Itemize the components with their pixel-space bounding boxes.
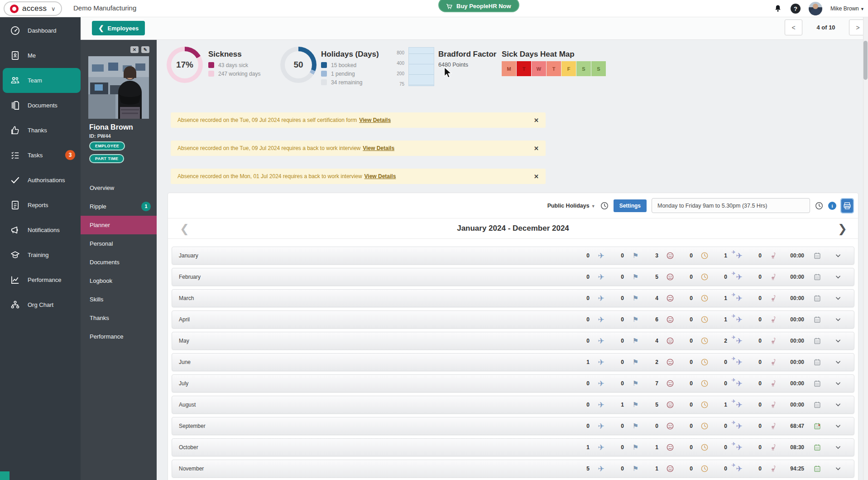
expand-row-chevron-icon[interactable] (828, 443, 849, 451)
planner-toolbar: Public Holidays▼ Settings i (547, 198, 853, 213)
bird-icon (766, 252, 781, 260)
holiday-count: 1 (574, 359, 590, 365)
tab-overview[interactable]: Overview (81, 179, 157, 197)
clock-icon[interactable] (815, 202, 823, 210)
sidebar-item-label: Tasks (28, 152, 43, 159)
timesheet-calendar-icon[interactable] (807, 337, 828, 345)
help-icon[interactable]: ? (791, 4, 801, 14)
sidebar-item-me[interactable]: Me (0, 43, 81, 68)
tab-label: Logbook (90, 277, 112, 284)
sick-days-heatmap: MTWTFSS (502, 61, 606, 76)
timesheet-calendar-icon[interactable] (807, 294, 828, 302)
prev-employee-button[interactable]: < (785, 19, 802, 35)
timesheet-calendar-icon[interactable] (807, 379, 828, 388)
close-icon[interactable]: ✕ (534, 173, 539, 180)
events-count: 0 (609, 295, 624, 301)
sidebar-item-training[interactable]: Training (0, 242, 81, 267)
sidebar-nav: DashboardMeTeamDocumentsThanksTasks3Auth… (0, 17, 81, 480)
timesheet-calendar-icon[interactable] (807, 252, 828, 260)
planner-card: Public Holidays▼ Settings i January 2024… (168, 193, 858, 480)
expand-row-chevron-icon[interactable] (828, 273, 849, 281)
corner-chip (0, 471, 10, 480)
expand-row-chevron-icon[interactable] (828, 294, 849, 302)
month-label: May (179, 338, 574, 344)
edit-icon[interactable]: ✎ (141, 46, 149, 53)
notifications-bell-icon[interactable] (773, 4, 782, 14)
timesheet-calendar-icon[interactable] (807, 315, 828, 324)
print-planner-icon[interactable] (841, 199, 853, 213)
working-hours-input[interactable] (652, 198, 810, 213)
tab-personal[interactable]: Personal (81, 234, 157, 253)
tab-performance[interactable]: Performance (81, 327, 157, 346)
view-details-link[interactable]: View Details (363, 145, 394, 151)
timesheet-calendar-icon[interactable] (807, 443, 828, 451)
sidebar-item-tasks[interactable]: Tasks3 (0, 143, 81, 168)
chevron-down-icon: ▼ (860, 7, 864, 11)
sidebar-item-thanks[interactable]: Thanks (0, 118, 81, 143)
legend-item: 34 remaining (321, 78, 362, 87)
employees-back-button[interactable]: ❮ Employees (92, 21, 145, 35)
planner-row-november: November5✈0⚑100✈✈094:25 (172, 460, 854, 478)
range-next-button[interactable]: ❯ (838, 220, 847, 237)
user-menu[interactable]: Mike Brown ▼ (830, 5, 864, 12)
absence-alert: Absence recorded on the Tue, 09 Jul 2024… (171, 112, 546, 128)
tab-thanks[interactable]: Thanks (81, 309, 157, 327)
close-icon[interactable]: ✕ (130, 46, 139, 53)
view-details-link[interactable]: View Details (359, 117, 391, 123)
info-icon[interactable]: i (828, 202, 836, 210)
scrollbar[interactable] (863, 17, 868, 480)
date-range-header: January 2024 - December 2024 (168, 218, 858, 239)
tab-skills[interactable]: Skills (81, 290, 157, 309)
sidebar-item-reports[interactable]: Reports (0, 193, 81, 218)
range-prev-button[interactable]: ❮ (180, 220, 189, 237)
events-count: 0 (609, 274, 624, 280)
sidebar-item-team[interactable]: Team (3, 68, 81, 93)
access-logo-menu[interactable]: access ∨ (4, 1, 62, 16)
settings-button[interactable]: Settings (614, 199, 647, 212)
sick-count: 0 (643, 423, 658, 429)
chevron-down-icon: ∨ (51, 5, 56, 12)
sidebar-item-org-chart[interactable]: Org Chart (0, 292, 81, 317)
other-count: 0 (746, 402, 762, 408)
public-holidays-dropdown[interactable]: Public Holidays▼ (547, 203, 595, 209)
expand-row-chevron-icon[interactable] (828, 465, 849, 473)
report-icon (10, 200, 20, 210)
user-avatar[interactable] (809, 2, 822, 15)
expand-row-chevron-icon[interactable] (828, 337, 849, 345)
legend-item: 15 booked (321, 61, 362, 69)
expand-row-chevron-icon[interactable] (828, 315, 849, 324)
expand-row-chevron-icon[interactable] (828, 422, 849, 430)
sidebar-item-dashboard[interactable]: Dashboard (0, 18, 81, 43)
tab-planner[interactable]: Planner (81, 216, 157, 234)
worked-hours: 00:00 (781, 295, 804, 301)
sidebar-item-authorisations[interactable]: Authorisations (0, 168, 81, 193)
expand-row-chevron-icon[interactable] (828, 379, 849, 388)
timesheet-calendar-icon[interactable] (807, 465, 828, 473)
sidebar-item-notifications[interactable]: Notifications (0, 218, 81, 242)
sidebar-item-documents[interactable]: Documents (0, 93, 81, 118)
expand-row-chevron-icon[interactable] (828, 358, 849, 366)
tab-ripple[interactable]: Ripple1 (81, 197, 157, 216)
month-label: April (179, 316, 574, 323)
timesheet-calendar-icon[interactable] (807, 358, 828, 366)
holiday-count: 0 (574, 295, 590, 301)
timesheet-calendar-icon[interactable] (807, 273, 828, 281)
buy-peoplehr-button[interactable]: Buy PeopleHR Now (438, 0, 519, 12)
timesheet-calendar-icon[interactable] (807, 422, 828, 430)
expand-row-chevron-icon[interactable] (828, 252, 849, 260)
clock-icon[interactable] (600, 202, 609, 210)
close-icon[interactable]: ✕ (534, 117, 539, 124)
view-details-link[interactable]: View Details (364, 173, 396, 179)
plane-icon: ✈ (598, 400, 604, 410)
scrollbar-thumb[interactable] (863, 41, 868, 80)
bradford-axis-label: 400 (397, 61, 404, 66)
expand-row-chevron-icon[interactable] (828, 401, 849, 409)
timesheet-calendar-icon[interactable] (807, 401, 828, 409)
sidebar-item-label: Dashboard (28, 27, 57, 34)
worked-hours: 68:47 (781, 423, 804, 429)
close-icon[interactable]: ✕ (534, 145, 539, 152)
tab-documents[interactable]: Documents (81, 253, 157, 272)
late-count: 0 (677, 252, 693, 259)
sidebar-item-performance[interactable]: Performance (0, 267, 81, 292)
tab-logbook[interactable]: Logbook (81, 272, 157, 290)
